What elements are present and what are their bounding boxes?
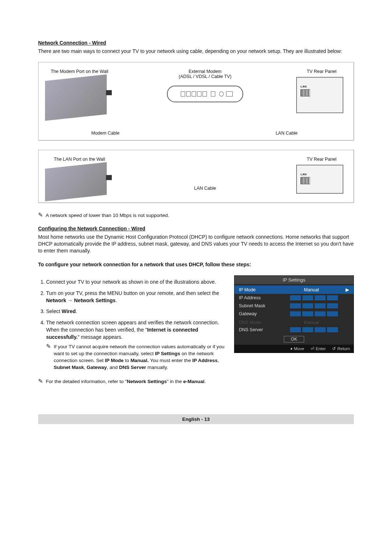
ip-title: IP Settings [234, 276, 354, 284]
subnet-row: Subnet Mask [234, 302, 354, 310]
dhcp-bold-line: To configure your network connection for… [38, 261, 354, 268]
subnet-label: Subnet Mask [239, 303, 279, 308]
nav-move: ♦Move [290, 346, 304, 351]
lan-port-label: LAN [301, 85, 306, 88]
note-speed: ✎ A network speed of lower than 10 Mbps … [38, 212, 354, 219]
modem-cable-label: Modem Cable [45, 131, 166, 136]
diagram-direct-lan: The LAN Port on the Wall LAN Cable TV Re… [38, 150, 354, 203]
step-1: Connect your TV to your network as shown… [46, 278, 225, 286]
ip-mode-row: IP Mode Manual ▶ [234, 286, 354, 294]
nav-enter: ⏎Enter [311, 346, 326, 351]
wall-label-2: The LAN Port on the Wall [45, 157, 114, 162]
tv-label-2: TV Rear Panel [296, 157, 347, 162]
ok-row: OK [234, 334, 354, 345]
page-footer: English - 13 [38, 414, 354, 424]
diagram-modem: The Modem Port on the Wall External Mode… [38, 62, 354, 140]
tv-illustration-2: LAN [296, 165, 343, 194]
gateway-octets [279, 311, 349, 316]
enter-icon: ⏎ [311, 346, 314, 351]
modem-illustration [167, 86, 243, 102]
return-icon: ↺ [332, 346, 336, 351]
ip-address-row: IP Address [234, 294, 354, 302]
dns-server-label: DNS Server [239, 327, 279, 332]
lan-cable-label-2: LAN Cable [114, 186, 296, 191]
intro-text: There are two main ways to connect your … [38, 48, 354, 55]
gateway-label: Gateway [239, 311, 279, 316]
gateway-row: Gateway [234, 310, 354, 318]
right-arrow-icon: ▶ [344, 287, 349, 292]
lan-port-label-2: LAN [301, 173, 306, 176]
wall-illustration-2 [45, 162, 107, 201]
ip-address-octets [279, 295, 349, 300]
lan-port-icon-2 [301, 177, 310, 184]
ip-mode-label: IP Mode [239, 287, 279, 292]
tv-label-1: TV Rear Panel [296, 69, 347, 74]
steps-list: Connect your TV to your network as shown… [38, 278, 225, 371]
modem-label-sub: (ADSL / VDSL / Cable TV) [114, 74, 296, 79]
step-3: Select Wired. [46, 308, 225, 315]
ip-address-label: IP Address [239, 295, 279, 300]
nav-hint-row: ♦Move ⏎Enter ↺Return [234, 345, 354, 353]
note-detail: ✎ For the detailed information, refer to… [38, 378, 354, 385]
note-detail-text: For the detailed information, refer to "… [46, 378, 206, 385]
dns-server-octets [279, 327, 349, 332]
dns-mode-label: DNS Mode [239, 320, 279, 325]
modem-label-top: External Modem [114, 69, 296, 74]
nav-return: ↺Return [332, 346, 350, 351]
configure-intro: Most home networks use the Dynamic Host … [38, 234, 354, 254]
manual-page: Network Connection - Wired There are two… [38, 0, 354, 439]
updown-icon: ♦ [290, 346, 293, 351]
heading-network-wired: Network Connection - Wired [38, 40, 354, 46]
tv-illustration: LAN [296, 77, 343, 113]
note-icon: ✎ [38, 212, 43, 219]
ok-button: OK [284, 336, 304, 342]
wall-illustration [45, 74, 107, 121]
note-icon: ✎ [46, 344, 51, 371]
dns-mode-row: DNS Mode Manual [234, 319, 354, 326]
ip-settings-screenshot: IP Settings IP Mode Manual ▶ IP Address … [234, 275, 354, 353]
lan-cable-label-1: LAN Cable [226, 131, 347, 136]
step-4: The network connection screen appears an… [46, 319, 225, 371]
ip-mode-value: Manual [279, 287, 344, 292]
lan-port-icon [301, 89, 310, 97]
heading-configure: Configuring the Network Connection - Wir… [38, 226, 354, 231]
wall-label-1: The Modem Port on the Wall [45, 69, 114, 74]
dns-server-row: DNS Server [234, 326, 354, 334]
note-icon: ✎ [38, 378, 43, 385]
subnet-octets [279, 303, 349, 308]
subnote-text: If your TV cannot acquire network the co… [54, 344, 225, 371]
dns-mode-value: Manual [279, 320, 344, 325]
step-2: Turn on your TV, press the MENU button o… [46, 290, 225, 304]
note-speed-text: A network speed of lower than 10 Mbps is… [46, 212, 169, 219]
